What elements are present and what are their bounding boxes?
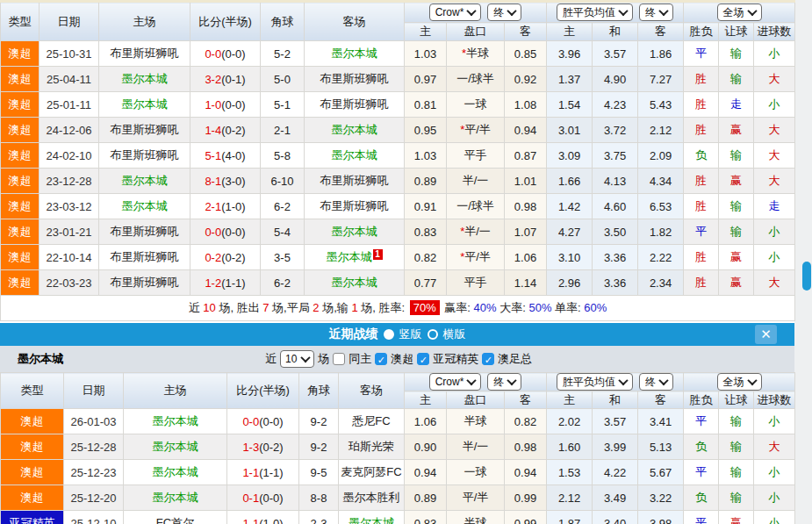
away-team: 布里斯班狮吼 xyxy=(305,67,405,92)
league-aleague-label[interactable]: 澳超 xyxy=(391,351,413,367)
bookmaker-select[interactable]: Crow* xyxy=(429,373,482,391)
ah-home-odds: 1.03 xyxy=(405,143,447,169)
summary-segment: 1 xyxy=(351,301,357,314)
eu-away-odds: 7.27 xyxy=(638,67,684,92)
handicap-text: 半/一 xyxy=(464,225,491,238)
eu-draw-odds: 4.23 xyxy=(593,92,638,118)
radio-vertical-label[interactable]: 竖版 xyxy=(399,327,422,342)
match-date: 22-10-14 xyxy=(40,245,99,270)
handicap-stage-select[interactable]: 终 xyxy=(487,373,521,391)
corner-count: 9-2 xyxy=(299,409,339,434)
handicap-line: 平/半 xyxy=(447,485,505,511)
eu-home-odds: 1.87 xyxy=(547,511,593,524)
eu-draw-odds: 3.49 xyxy=(593,485,638,511)
league-cup-checkbox[interactable]: ✓ xyxy=(482,353,494,365)
corner-count: 5-2 xyxy=(261,41,305,67)
handicap-line: 一球 xyxy=(447,460,505,485)
recent-rows: 澳超26-01-03墨尔本城0-0(0-0)9-2悉尼FC1.06半球0.822… xyxy=(1,409,795,524)
eu-away-odds: 3.98 xyxy=(638,511,684,524)
panel-title: 近期战绩 xyxy=(329,327,378,342)
goals-result: 小 xyxy=(754,485,795,511)
col-eu-away: 客 xyxy=(638,23,684,41)
league-badge: 亚冠精英 xyxy=(1,511,64,524)
fulltime-select[interactable]: 全场 xyxy=(717,373,762,391)
handicap-result: 赢 xyxy=(719,245,754,270)
match-count-select[interactable]: 10 xyxy=(280,350,314,368)
fulltime-score: 0-0 xyxy=(205,226,221,239)
handicap-line: 半/一 xyxy=(447,434,505,460)
close-icon[interactable]: ✕ xyxy=(755,325,777,344)
league-acl-checkbox[interactable]: ✓ xyxy=(417,353,429,365)
avg-odds-select[interactable]: 胜平负均值 xyxy=(557,4,633,21)
radio-horizontal-layout[interactable] xyxy=(428,329,438,340)
odds-stage-select[interactable]: 终 xyxy=(639,373,673,391)
summary-segment: 赢率: xyxy=(442,301,474,314)
league-badge: 澳超 xyxy=(1,194,40,219)
same-home-label[interactable]: 同主 xyxy=(349,351,371,367)
wdl-result: 平 xyxy=(684,460,719,485)
eu-home-odds: 3.96 xyxy=(547,41,593,67)
home-team: 布里斯班狮吼 xyxy=(99,118,190,143)
fulltime-score: 1-0 xyxy=(205,98,221,111)
fulltime-score: 2-1 xyxy=(205,200,221,213)
col-away: 客场 xyxy=(305,2,405,41)
bookmaker-select[interactable]: Crow* xyxy=(429,4,482,21)
league-acl-label[interactable]: 亚冠精英 xyxy=(433,351,478,367)
col-ah-home: 主 xyxy=(405,23,447,41)
fulltime-score: 1-1 xyxy=(242,466,259,479)
ah-home-odds: 1.03 xyxy=(405,41,447,67)
eu-home-odds: 2.02 xyxy=(547,409,593,434)
match-row: 澳超25-12-20墨尔本城0-1(0-0)8-8墨尔本胜利0.89平/半0.9… xyxy=(1,485,795,511)
eu-away-odds: 3.22 xyxy=(638,485,684,511)
match-row: 亚冠精英25-12-10FC首尔1-1(1-0)2-3墨尔本城0.83半球0.9… xyxy=(1,511,795,524)
fulltime-select[interactable]: 全场 xyxy=(717,4,762,21)
handicap-result: 输 xyxy=(719,143,754,169)
handicap-result: 赢 xyxy=(719,169,754,194)
odds-stage-select[interactable]: 终 xyxy=(639,4,673,21)
wdl-result: 胜 xyxy=(684,169,719,194)
league-aleague-checkbox[interactable]: ✓ xyxy=(375,353,387,365)
score-cell: 8-1(3-0) xyxy=(190,169,261,194)
chevron-down-icon xyxy=(467,6,477,16)
handicap-line: 一/球半 xyxy=(447,194,505,219)
ah-home-odds: 0.91 xyxy=(405,194,447,219)
away-team: 墨尔本城 xyxy=(305,219,405,245)
same-home-checkbox[interactable] xyxy=(333,353,345,365)
eu-draw-odds: 3.75 xyxy=(593,143,638,169)
away-team-name: 布里斯班狮吼 xyxy=(320,199,389,212)
ah-away-odds: 0.98 xyxy=(505,434,547,460)
corner-count: 6-2 xyxy=(261,270,305,296)
eu-draw-odds: 3.40 xyxy=(593,511,638,524)
corner-count: 9-5 xyxy=(299,460,339,485)
match-date: 23-03-12 xyxy=(40,194,99,219)
score-cell: 1-0(0-0) xyxy=(190,92,261,118)
radio-vertical-layout[interactable] xyxy=(384,329,394,340)
match-row: 澳超25-12-28墨尔本城1-3(0-2)9-2珀斯光荣0.90半/一0.98… xyxy=(1,434,795,460)
summary-segment: 近 xyxy=(189,301,204,314)
h2h-table: 类型 日期 主场 比分(半场) 角球 客场 Crow* 终 胜平负均值 xyxy=(0,0,795,321)
result-group-header: 全场 xyxy=(684,2,795,23)
ah-away-odds: 1.07 xyxy=(505,219,547,245)
league-cup-label[interactable]: 澳足总 xyxy=(498,351,532,367)
scrollbar-thumb[interactable] xyxy=(802,262,811,291)
halftime-score: (3-0) xyxy=(221,175,245,188)
league-badge: 澳超 xyxy=(1,485,64,511)
radio-horizontal-label[interactable]: 横版 xyxy=(443,327,466,342)
avg-odds-select[interactable]: 胜平负均值 xyxy=(557,373,633,391)
league-badge: 澳超 xyxy=(1,270,40,296)
away-team: 布里斯班狮吼 xyxy=(305,194,405,219)
away-team-name: 墨尔本城 xyxy=(332,47,377,60)
eu-away-odds: 5.67 xyxy=(638,460,684,485)
eu-away-odds: 5.43 xyxy=(638,92,684,118)
summary-segment: 大率: xyxy=(497,301,529,314)
chevron-down-icon xyxy=(507,6,517,16)
match-date: 26-01-03 xyxy=(64,409,124,434)
ah-home-odds: 0.89 xyxy=(405,485,447,511)
handicap-result: 输 xyxy=(719,460,754,485)
handicap-stage-select[interactable]: 终 xyxy=(487,4,521,21)
handicap-line: *平/半 xyxy=(447,118,505,143)
eu-draw-odds: 4.13 xyxy=(593,169,638,194)
wdl-result: 平 xyxy=(684,41,719,67)
handicap-group-header: Crow* 终 xyxy=(405,2,547,23)
chevron-down-icon xyxy=(658,376,668,385)
